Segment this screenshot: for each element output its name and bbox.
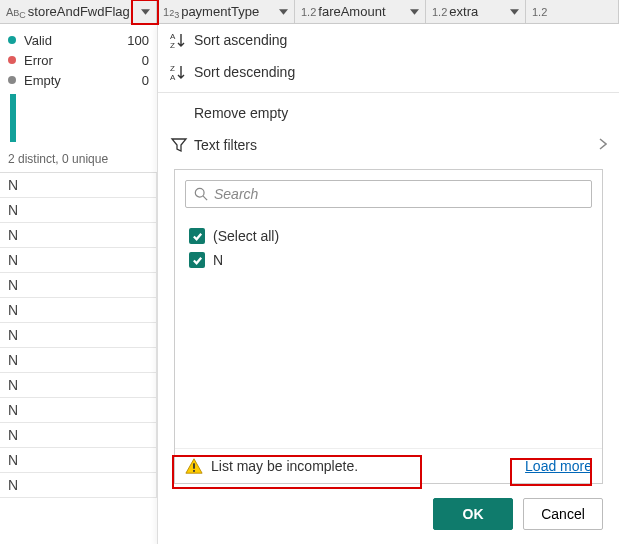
column-name: storeAndFwdFlag (28, 4, 130, 19)
table-cell[interactable]: N (0, 473, 157, 498)
column-filter-dropdown[interactable] (138, 5, 152, 19)
checkbox-checked-icon[interactable] (189, 228, 205, 244)
column-header-extra[interactable]: 1.2 extra (426, 0, 526, 23)
dot-error-icon (8, 56, 16, 64)
svg-rect-6 (193, 463, 195, 468)
filter-values-list: (Select all) N (175, 218, 602, 448)
table-cell[interactable]: N (0, 173, 157, 198)
filter-value-select-all[interactable]: (Select all) (189, 224, 588, 248)
ok-button[interactable]: OK (433, 498, 513, 530)
filter-value-item[interactable]: N (189, 248, 588, 272)
svg-rect-7 (193, 470, 195, 472)
search-icon (194, 187, 208, 201)
svg-point-4 (195, 188, 204, 197)
cancel-button[interactable]: Cancel (523, 498, 603, 530)
remove-empty[interactable]: Remove empty (158, 97, 619, 129)
table-cell[interactable]: N (0, 423, 157, 448)
incomplete-warning-row: List may be incomplete. Load more (175, 448, 602, 483)
svg-text:Z: Z (170, 64, 175, 73)
distinct-summary: 2 distinct, 0 unique (8, 148, 149, 170)
search-input[interactable] (214, 186, 583, 202)
filter-values-body: (Select all) N List may be incomplete. L… (174, 169, 603, 484)
column-filter-dropdown[interactable] (276, 5, 290, 19)
filter-icon (170, 136, 194, 154)
menu-separator (158, 92, 619, 93)
column-header-paymentType[interactable]: 123 paymentType (157, 0, 295, 23)
table-cell[interactable]: N (0, 298, 157, 323)
stat-valid: Valid 100 (8, 30, 149, 50)
column-name: paymentType (181, 4, 259, 19)
type-icon-decimal: 1.2 (432, 6, 447, 18)
table-cell[interactable]: N (0, 248, 157, 273)
checkbox-checked-icon[interactable] (189, 252, 205, 268)
menu-label: Sort descending (194, 64, 295, 80)
svg-text:Z: Z (170, 41, 175, 49)
table-cell[interactable]: N (0, 223, 157, 248)
dot-valid-icon (8, 36, 16, 44)
table-cell[interactable]: N (0, 348, 157, 373)
table-cell[interactable]: N (0, 373, 157, 398)
type-icon-decimal: 1.2 (532, 6, 547, 18)
sort-asc-icon: AZ (170, 31, 194, 49)
svg-text:A: A (170, 32, 176, 41)
warning-icon (185, 457, 203, 475)
column-header-partial[interactable]: 1.2 (526, 0, 619, 23)
table-cell[interactable]: N (0, 323, 157, 348)
column-stats: Valid 100 Error 0 Empty 0 2 distinct, 0 … (0, 24, 157, 172)
load-more-link[interactable]: Load more (525, 458, 592, 474)
svg-text:A: A (170, 73, 176, 81)
chevron-right-icon (599, 137, 607, 153)
column-name: extra (449, 4, 478, 19)
table-cell[interactable]: N (0, 198, 157, 223)
column-header-storeAndFwdFlag[interactable]: ABC storeAndFwdFlag (0, 0, 157, 23)
text-filters[interactable]: Text filters (158, 129, 619, 161)
type-icon-decimal: 1.2 (301, 6, 316, 18)
column-name: fareAmount (318, 4, 385, 19)
sort-desc-icon: ZA (170, 63, 194, 81)
dot-empty-icon (8, 76, 16, 84)
menu-label: Remove empty (194, 105, 288, 121)
type-icon-number: 123 (163, 6, 179, 18)
table-cell[interactable]: N (0, 273, 157, 298)
value-label: N (213, 252, 223, 268)
incomplete-message: List may be incomplete. (211, 458, 358, 474)
value-label: (Select all) (213, 228, 279, 244)
sort-descending[interactable]: ZA Sort descending (158, 56, 619, 88)
column-header-fareAmount[interactable]: 1.2 fareAmount (295, 0, 426, 23)
table-cell[interactable]: N (0, 398, 157, 423)
column-filter-dropdown[interactable] (507, 5, 521, 19)
quality-bar (10, 94, 16, 142)
dialog-buttons: OK Cancel (158, 488, 619, 544)
sort-ascending[interactable]: AZ Sort ascending (158, 24, 619, 56)
stat-error: Error 0 (8, 50, 149, 70)
table-cell[interactable]: N (0, 448, 157, 473)
column-header-row: ABC storeAndFwdFlag 123 paymentType 1.2 … (0, 0, 619, 24)
menu-label: Sort ascending (194, 32, 287, 48)
column-filter-dropdown[interactable] (407, 5, 421, 19)
search-input-wrap[interactable] (185, 180, 592, 208)
menu-label: Text filters (194, 137, 257, 153)
type-icon-text: ABC (6, 6, 26, 18)
stat-empty: Empty 0 (8, 70, 149, 90)
svg-line-5 (203, 196, 207, 200)
filter-popup: AZ Sort ascending ZA Sort descending Rem… (157, 24, 619, 544)
